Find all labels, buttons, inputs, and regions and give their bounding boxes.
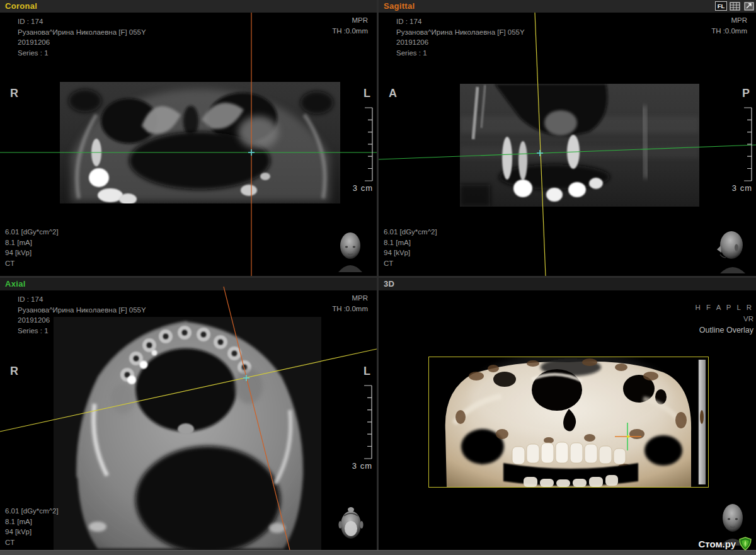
volume-render-frame[interactable] bbox=[428, 357, 709, 488]
sagittal-title: Sagittal bbox=[384, 1, 415, 11]
sagittal-scale-ruler: 3 cm bbox=[727, 107, 752, 193]
dose-area-product: 6.01 [dGy*cm^2] bbox=[384, 227, 437, 237]
fullscreen-diagonal-arrow-icon bbox=[744, 2, 754, 11]
axial-orientation-right: L bbox=[364, 365, 370, 378]
tube-current: 8.1 [mA] bbox=[5, 237, 59, 248]
patient-name: Рузанова^Ирина Николаевна [F] 055Y bbox=[396, 27, 525, 38]
patient-id: ID : 174 bbox=[18, 294, 146, 305]
tube-current: 8.1 [mA] bbox=[384, 237, 437, 248]
coronal-viewport[interactable]: Coronal ID : 174 Рузанова^Ирина Николаев… bbox=[0, 0, 377, 276]
axial-scale-ruler: 3 cm bbox=[347, 385, 372, 471]
coronal-orientation-right: L bbox=[364, 87, 370, 100]
tube-voltage: 94 [kVp] bbox=[5, 527, 59, 537]
tube-voltage: 94 [kVp] bbox=[384, 248, 437, 258]
sagittal-axial-plane-line[interactable] bbox=[379, 145, 756, 159]
axial-coronal-plane-line[interactable] bbox=[224, 287, 290, 550]
tube-current: 8.1 [mA] bbox=[5, 517, 59, 527]
sagittal-dose-info: 6.01 [dGy*cm^2] 8.1 [mA] 94 [kVp] CT bbox=[384, 227, 437, 268]
sagittal-slice-info: MPR TH :0.0mm bbox=[711, 15, 747, 37]
scale-label: 3 cm bbox=[348, 183, 373, 193]
slice-thickness-label: TH :0.0mm bbox=[332, 304, 368, 314]
window-bottom-bar bbox=[0, 550, 756, 555]
shield-logo-icon bbox=[738, 537, 752, 551]
render-mode-label: MPR bbox=[332, 293, 368, 304]
mpr-workspace: Coronal ID : 174 Рузанова^Ирина Николаев… bbox=[0, 0, 756, 555]
render-mode-label: MPR bbox=[332, 15, 368, 26]
patient-name: Рузанова^Ирина Николаевна [F] 055Y bbox=[18, 27, 146, 38]
orientation-head-front-icon bbox=[331, 228, 370, 272]
volume-viewport[interactable]: 3D H F A P L R VR Outline Overlay bbox=[379, 278, 756, 550]
volume-title: 3D bbox=[384, 279, 394, 289]
sagittal-patient-info: ID : 174 Рузанова^Ирина Николаевна [F] 0… bbox=[396, 16, 525, 58]
scale-ruler-icon bbox=[362, 385, 372, 459]
dose-area-product: 6.01 [dGy*cm^2] bbox=[5, 506, 59, 517]
coronal-dose-info: 6.01 [dGy*cm^2] 8.1 [mA] 94 [kVp] CT bbox=[5, 227, 59, 268]
modality-label: CT bbox=[384, 258, 437, 269]
coronal-patient-info: ID : 174 Рузанова^Ирина Николаевна [F] 0… bbox=[18, 16, 146, 58]
orientation-head-profile-icon bbox=[709, 227, 750, 273]
volume-header: 3D bbox=[379, 278, 756, 290]
volume-render-mode: VR bbox=[696, 313, 753, 324]
view-toolbar: FL bbox=[715, 1, 755, 11]
series-number: Series : 1 bbox=[18, 48, 146, 59]
watermark: Стом.ру bbox=[698, 537, 752, 551]
axial-viewport[interactable]: Axial ID : 174 Рузанова^Ирина Николаевна… bbox=[0, 278, 377, 550]
tube-voltage: 94 [kVp] bbox=[5, 248, 59, 258]
layout-grid-icon bbox=[730, 2, 740, 11]
scale-ruler-icon bbox=[363, 107, 373, 181]
patient-id: ID : 174 bbox=[18, 16, 146, 27]
sagittal-coronal-plane-line[interactable] bbox=[535, 13, 546, 276]
coronal-intersection-marker[interactable] bbox=[248, 149, 255, 156]
patient-name: Рузанова^Ирина Николаевна [F] 055Y bbox=[18, 305, 146, 316]
sagittal-orientation-right: P bbox=[742, 87, 750, 100]
coronal-slice-info: MPR TH :0.0mm bbox=[332, 15, 368, 37]
coronal-scale-ruler: 3 cm bbox=[348, 107, 373, 193]
coronal-orientation-left: R bbox=[10, 87, 18, 100]
modality-label: CT bbox=[5, 258, 59, 269]
slice-thickness-label: TH :0.0mm bbox=[711, 26, 747, 37]
orientation-head-top-icon bbox=[332, 501, 370, 549]
axial-sagittal-plane-line[interactable] bbox=[0, 349, 377, 432]
axial-slice-info: MPR TH :0.0mm bbox=[332, 293, 368, 314]
series-number: Series : 1 bbox=[396, 48, 525, 59]
render-mode-label: MPR bbox=[711, 15, 747, 26]
watermark-text: Стом.ру bbox=[698, 539, 736, 549]
modality-label: CT bbox=[5, 537, 59, 548]
sagittal-viewport[interactable]: Sagittal FL ID : 174 Руз bbox=[379, 0, 756, 276]
slice-thickness-label: TH :0.0mm bbox=[332, 26, 368, 37]
volume-overlay-mode: Outline Overlay bbox=[696, 324, 753, 336]
sagittal-intersection-marker[interactable] bbox=[537, 150, 543, 156]
fullscreen-button[interactable] bbox=[743, 1, 755, 11]
study-date: 20191206 bbox=[396, 37, 525, 48]
coronal-title: Coronal bbox=[5, 1, 37, 11]
volume-orientation-labels: H F A P L R bbox=[696, 304, 753, 311]
axial-orientation-left: R bbox=[10, 365, 18, 378]
study-date: 20191206 bbox=[18, 37, 146, 48]
volume-info: H F A P L R VR Outline Overlay bbox=[696, 301, 753, 336]
series-number: Series : 1 bbox=[18, 326, 146, 336]
axial-dose-info: 6.01 [dGy*cm^2] 8.1 [mA] 94 [kVp] CT bbox=[5, 506, 59, 547]
axial-intersection-marker[interactable] bbox=[243, 375, 249, 381]
study-date: 20191206 bbox=[18, 315, 146, 326]
axial-title: Axial bbox=[5, 279, 26, 289]
layout-grid-button[interactable] bbox=[729, 1, 741, 11]
sagittal-orientation-left: A bbox=[389, 87, 397, 100]
scale-label: 3 cm bbox=[347, 461, 372, 471]
skull-volume-render bbox=[429, 357, 708, 487]
scale-ruler-icon bbox=[742, 107, 752, 181]
dose-area-product: 6.01 [dGy*cm^2] bbox=[5, 227, 59, 237]
patient-id: ID : 174 bbox=[396, 16, 525, 27]
scale-label: 3 cm bbox=[727, 183, 752, 193]
fl-toggle-button[interactable]: FL bbox=[715, 1, 727, 11]
axial-patient-info: ID : 174 Рузанова^Ирина Николаевна [F] 0… bbox=[18, 294, 146, 336]
